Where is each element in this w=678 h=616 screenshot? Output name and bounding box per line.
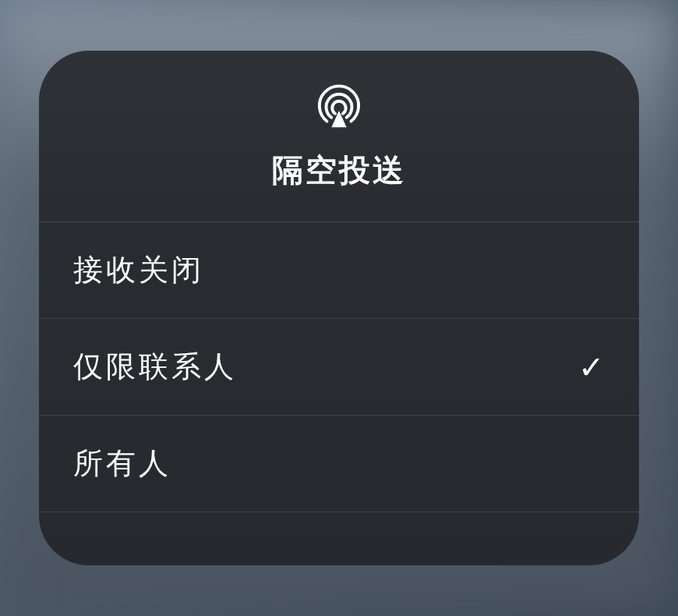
option-contacts-only[interactable]: 仅限联系人 ✓ <box>39 319 639 416</box>
panel-title: 隔空投送 <box>272 149 406 192</box>
panel-header: 隔空投送 <box>39 51 639 222</box>
airdrop-settings-panel: 隔空投送 接收关闭 ✓ 仅限联系人 ✓ 所有人 ✓ <box>39 51 639 565</box>
option-receiving-off[interactable]: 接收关闭 ✓ <box>39 222 639 319</box>
option-label: 接收关闭 <box>73 250 204 290</box>
option-label: 所有人 <box>73 444 171 483</box>
option-label: 仅限联系人 <box>73 347 237 387</box>
airdrop-icon <box>315 83 363 132</box>
checkmark-icon: ✓ <box>578 349 605 385</box>
option-everyone[interactable]: 所有人 ✓ <box>39 416 639 512</box>
options-list: 接收关闭 ✓ 仅限联系人 ✓ 所有人 ✓ <box>39 222 639 512</box>
